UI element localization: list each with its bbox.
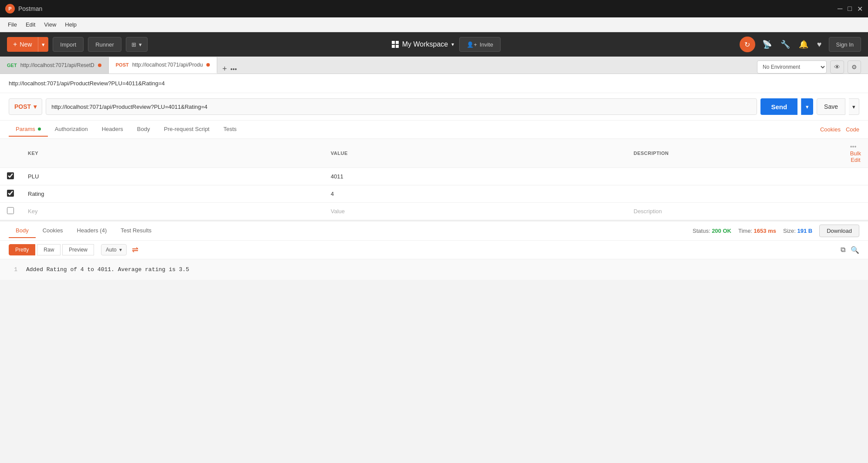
import-button[interactable]: Import [53, 37, 84, 52]
wrap-button[interactable]: ⇌ [132, 245, 138, 255]
params-table: KEY VALUE DESCRIPTION ••• Bulk Edit [0, 139, 868, 220]
resp-tab-body[interactable]: Body [9, 224, 36, 238]
response-tabs: Body Cookies Headers (4) Test Results St… [0, 221, 868, 241]
more-tabs-button[interactable]: ••• [230, 66, 237, 73]
view-pretty-button[interactable]: Pretty [9, 244, 35, 255]
url-input[interactable] [46, 98, 757, 115]
tab-1-dot [206, 63, 210, 67]
layout-button[interactable]: ⊞ ▾ [126, 37, 148, 52]
download-button[interactable]: Download [819, 225, 859, 237]
tab-1-method: POST [116, 62, 129, 67]
new-button[interactable]: + New ▾ [7, 37, 48, 52]
new-label: New [20, 41, 32, 48]
row-0-key[interactable]: PLU [21, 168, 324, 185]
status-value: 200 OK [712, 228, 731, 234]
tab-prerequest-label: Pre-request Script [164, 126, 209, 132]
row-1-key[interactable]: Rating [21, 185, 324, 203]
response-content: 1 Added Rating of 4 to 4011. Average rat… [0, 259, 868, 280]
workspace-label: My Workspace [402, 40, 448, 48]
row-2-actions [843, 203, 868, 220]
send-button[interactable]: Send [760, 98, 797, 115]
row-1-value[interactable]: 4 [324, 185, 627, 203]
row-0-desc[interactable] [627, 168, 843, 185]
tab-1[interactable]: POST http://localhost:7071/api/Produ [109, 57, 217, 74]
save-button[interactable]: Save [817, 98, 845, 115]
row-1-actions [843, 185, 868, 203]
send-arrow-button[interactable]: ▾ [801, 98, 813, 115]
bell-icon-button[interactable]: 🔔 [797, 38, 810, 51]
table-row: Rating 4 [0, 185, 868, 203]
save-arrow-button[interactable]: ▾ [849, 98, 859, 115]
resp-tab-headers[interactable]: Headers (4) [70, 224, 114, 238]
menu-view[interactable]: View [40, 20, 61, 30]
tab-body[interactable]: Body [130, 122, 157, 137]
tab-headers[interactable]: Headers [95, 122, 130, 137]
tab-tests-label: Tests [223, 126, 236, 132]
params-active-dot [38, 127, 41, 131]
row-2-key[interactable]: Key [21, 203, 324, 220]
response-status-area: Status: 200 OK Time: 1653 ms Size: 191 B… [693, 225, 859, 237]
search-button[interactable]: 🔍 [851, 246, 859, 254]
time-value: 1653 ms [754, 228, 776, 234]
response-text: Added Rating of 4 to 4011. Average ratin… [26, 266, 189, 273]
table-row: PLU 4011 [0, 168, 868, 185]
view-preview-button[interactable]: Preview [62, 244, 94, 255]
row-2-value[interactable]: Value [324, 203, 627, 220]
toolbar-right: ↻ 📡 🔧 🔔 ♥ Sign In [740, 37, 861, 52]
invite-icon: 👤+ [467, 41, 477, 48]
tab-0-dot [98, 64, 101, 67]
col-desc-header: DESCRIPTION [627, 139, 843, 168]
minimize-button[interactable]: ─ [838, 5, 842, 13]
row-1-desc[interactable] [627, 185, 843, 203]
invite-label: Invite [480, 41, 493, 48]
resp-tab-testresults[interactable]: Test Results [114, 224, 158, 238]
row-2-desc[interactable]: Description [627, 203, 843, 220]
new-button-arrow[interactable]: ▾ [38, 37, 48, 52]
bulk-edit-button[interactable]: Bulk Edit [850, 150, 861, 163]
environment-select[interactable]: No Environment [757, 60, 827, 74]
tab-params[interactable]: Params [9, 122, 48, 137]
breadcrumb-text: http://localhost:7071/api/ProductReview?… [9, 80, 165, 87]
menu-file[interactable]: File [3, 20, 21, 30]
workspace-icon [392, 41, 399, 48]
format-select[interactable]: Auto ▾ [101, 244, 127, 255]
env-gear-button[interactable]: ⚙ [848, 60, 861, 74]
copy-button[interactable]: ⧉ [841, 246, 845, 254]
new-button-main: + New [7, 37, 38, 52]
satellite-icon-button[interactable]: 📡 [760, 38, 774, 51]
invite-button[interactable]: 👤+ Invite [459, 37, 501, 52]
row-1-checkbox[interactable] [7, 190, 14, 197]
code-link[interactable]: Code [846, 126, 859, 133]
tab-0[interactable]: GET http://localhost:7071/api/ResetD [0, 57, 109, 74]
row-2-checkbox[interactable] [7, 207, 14, 214]
maximize-button[interactable]: □ [848, 5, 852, 13]
env-eye-button[interactable]: 👁 [830, 60, 844, 74]
titlebar: P Postman ─ □ ✕ [0, 0, 868, 17]
resp-tab-cookies[interactable]: Cookies [36, 224, 70, 238]
signin-button[interactable]: Sign In [829, 37, 861, 52]
add-tab-button[interactable]: + [222, 64, 227, 74]
method-select[interactable]: POST ▾ [9, 98, 42, 115]
col-value-header: VALUE [324, 139, 627, 168]
params-more-button[interactable]: ••• [850, 143, 857, 150]
heart-icon-button[interactable]: ♥ [815, 38, 824, 51]
view-raw-button[interactable]: Raw [37, 244, 61, 255]
tab-authorization[interactable]: Authorization [48, 122, 95, 137]
cookies-link[interactable]: Cookies [820, 126, 841, 133]
req-tabs-right: Cookies Code [820, 126, 859, 133]
tab-params-label: Params [16, 126, 35, 132]
sync-button[interactable]: ↻ [740, 37, 755, 52]
runner-button[interactable]: Runner [88, 37, 121, 52]
workspace-button[interactable]: My Workspace ▾ [387, 38, 460, 51]
tab-tests[interactable]: Tests [216, 122, 243, 137]
wrench-icon-button[interactable]: 🔧 [779, 38, 792, 51]
close-button[interactable]: ✕ [857, 5, 863, 13]
menu-edit[interactable]: Edit [21, 20, 40, 30]
tab-prerequest[interactable]: Pre-request Script [157, 122, 216, 137]
row-0-checkbox[interactable] [7, 172, 14, 179]
method-arrow: ▾ [34, 103, 37, 110]
status-label: Status: 200 OK [693, 228, 731, 234]
row-0-value[interactable]: 4011 [324, 168, 627, 185]
tab-0-url: http://localhost:7071/api/ResetD [20, 62, 94, 68]
menu-help[interactable]: Help [61, 20, 81, 30]
